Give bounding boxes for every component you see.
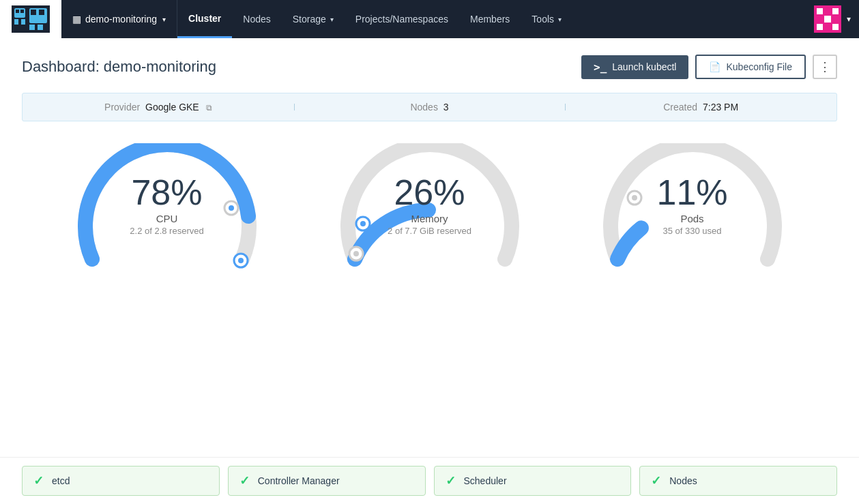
pods-percent: 11% — [656, 175, 727, 210]
nav-link-storage[interactable]: Storage ▾ — [282, 0, 345, 38]
svg-rect-8 — [39, 10, 44, 15]
info-created: Created 7:23 PM — [565, 102, 836, 113]
nav-link-tools[interactable]: Tools ▾ — [521, 0, 572, 38]
cluster-icon: ▦ — [72, 14, 81, 25]
svg-point-16 — [360, 221, 366, 226]
svg-rect-3 — [20, 10, 24, 13]
tools-dropdown-icon: ▾ — [558, 16, 562, 23]
cpu-label: CPU — [130, 213, 203, 224]
ellipsis-icon: ⋮ — [819, 59, 831, 74]
svg-rect-9 — [29, 25, 35, 30]
info-nodes: Nodes 3 — [294, 102, 566, 113]
memory-percent: 26% — [388, 175, 471, 210]
info-bar: Provider Google GKE ⧉ Nodes 3 Created 7:… — [22, 93, 837, 121]
header-actions: >_ Launch kubectl 📄 Kubeconfig File ⋮ — [581, 55, 837, 79]
cpu-gauge: 78% CPU 2.2 of 2.8 reserved — [65, 143, 270, 280]
svg-rect-4 — [14, 19, 18, 25]
info-provider: Provider Google GKE ⧉ — [23, 102, 294, 113]
nav-link-projects[interactable]: Projects/Namespaces — [345, 0, 459, 38]
doc-icon: 📄 — [709, 61, 720, 72]
cluster-name: demo-monitoring — [85, 14, 157, 25]
svg-rect-2 — [16, 10, 19, 13]
svg-rect-7 — [31, 10, 36, 15]
nav-link-members[interactable]: Members — [459, 0, 521, 38]
launch-kubectl-button[interactable]: >_ Launch kubectl — [581, 55, 688, 79]
svg-point-20 — [632, 195, 637, 201]
copy-provider-icon[interactable]: ⧉ — [206, 103, 212, 113]
memory-gauge: 26% Memory 2 of 7.7 GiB reserved — [327, 143, 532, 280]
nav-link-cluster[interactable]: Cluster — [177, 0, 232, 38]
nav-link-nodes[interactable]: Nodes — [232, 0, 281, 38]
rancher-logo — [12, 5, 50, 33]
more-options-button[interactable]: ⋮ — [813, 55, 837, 79]
cpu-gauge-text: 78% CPU 2.2 of 2.8 reserved — [130, 175, 203, 236]
memory-gauge-svg-wrap: 26% Memory 2 of 7.7 GiB reserved — [334, 143, 525, 280]
pods-gauge: 11% Pods 35 of 330 used — [590, 143, 795, 280]
svg-point-14 — [229, 205, 234, 211]
gauges-row: 78% CPU 2.2 of 2.8 reserved — [22, 143, 837, 280]
page-title: Dashboard: demo-monitoring — [22, 58, 216, 76]
kubeconfig-button[interactable]: 📄 Kubeconfig File — [695, 55, 806, 79]
pods-label: Pods — [656, 213, 727, 224]
nav-links: Cluster Nodes Storage ▾ Projects/Namespa… — [177, 0, 814, 38]
kubectl-icon: >_ — [594, 61, 607, 74]
cluster-dropdown-icon: ▾ — [162, 16, 166, 23]
svg-rect-5 — [21, 19, 25, 25]
cpu-gauge-svg-wrap: 78% CPU 2.2 of 2.8 reserved — [72, 143, 263, 280]
pods-gauge-svg-wrap: 11% Pods 35 of 330 used — [597, 143, 788, 280]
svg-rect-10 — [38, 25, 43, 30]
svg-point-18 — [353, 251, 359, 256]
cpu-sublabel: 2.2 of 2.8 reserved — [130, 226, 203, 236]
memory-gauge-text: 26% Memory 2 of 7.7 GiB reserved — [388, 175, 471, 236]
memory-sublabel: 2 of 7.7 GiB reserved — [388, 226, 471, 236]
storage-dropdown-icon: ▾ — [330, 16, 334, 23]
brand-logo-container[interactable] — [0, 0, 61, 38]
memory-label: Memory — [388, 213, 471, 224]
page-header: Dashboard: demo-monitoring >_ Launch kub… — [22, 55, 837, 79]
cluster-selector[interactable]: ▦ demo-monitoring ▾ — [61, 0, 177, 38]
main-content: Dashboard: demo-monitoring >_ Launch kub… — [0, 38, 859, 323]
pods-gauge-text: 11% Pods 35 of 330 used — [656, 175, 727, 236]
navbar: ▦ demo-monitoring ▾ Cluster Nodes Storag… — [0, 0, 859, 38]
cpu-percent: 78% — [130, 175, 203, 210]
pods-sublabel: 35 of 330 used — [656, 226, 727, 236]
nav-right: ▾ — [814, 5, 859, 33]
user-dropdown-chevron[interactable]: ▾ — [847, 14, 859, 24]
svg-point-12 — [238, 258, 244, 263]
user-avatar[interactable] — [814, 5, 841, 33]
